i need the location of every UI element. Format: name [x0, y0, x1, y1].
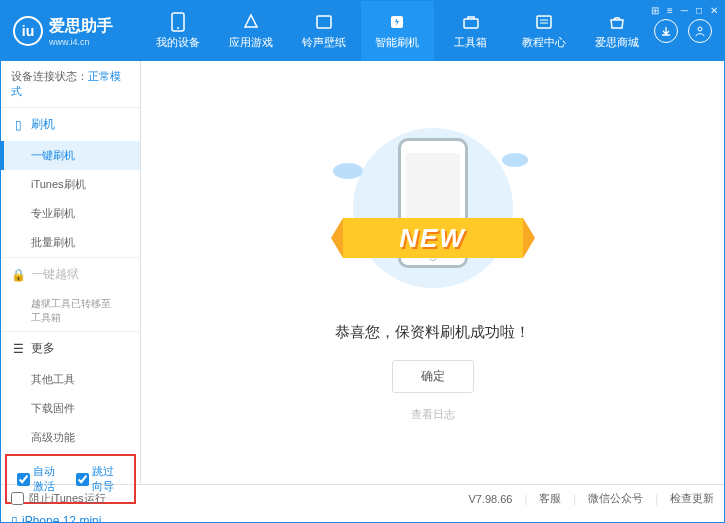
auto-activate-input[interactable]: [17, 473, 30, 486]
flash-icon: [387, 12, 407, 32]
apps-icon: [241, 12, 261, 32]
nav-tab-store[interactable]: 爱思商城: [581, 1, 654, 61]
skip-guide-input[interactable]: [76, 473, 89, 486]
nav-label: 爱思商城: [595, 35, 639, 50]
app-logo-icon: iu: [13, 16, 43, 46]
sidebar-header-jailbreak[interactable]: 🔒 一键越狱: [1, 258, 140, 291]
sidebar-title: 刷机: [31, 116, 55, 133]
device-info: ▯ iPhone 12 mini 64GB Down-12mini-13,1: [1, 506, 140, 523]
nav-label: 我的设备: [156, 35, 200, 50]
auto-activate-checkbox[interactable]: 自动激活: [17, 464, 66, 494]
toolbox-icon: [461, 12, 481, 32]
sidebar-section-flash: ▯ 刷机 一键刷机 iTunes刷机 专业刷机 批量刷机: [1, 108, 140, 258]
title-bar: iu 爱思助手 www.i4.cn 我的设备 应用游戏 铃声壁纸 智能刷机 工具…: [1, 1, 724, 61]
sidebar: 设备连接状态：正常模式 ▯ 刷机 一键刷机 iTunes刷机 专业刷机 批量刷机…: [1, 61, 141, 484]
nav-label: 智能刷机: [375, 35, 419, 50]
app-name: 爱思助手: [49, 16, 113, 37]
status-label: 设备连接状态：: [11, 70, 88, 82]
svg-rect-4: [464, 19, 478, 28]
close-icon[interactable]: ✕: [710, 5, 718, 16]
jailbreak-note: 越狱工具已转移至 工具箱: [1, 291, 140, 331]
view-log-link[interactable]: 查看日志: [411, 407, 455, 422]
sidebar-item-advanced[interactable]: 高级功能: [1, 423, 140, 452]
block-itunes-label: 阻止iTunes运行: [29, 491, 106, 506]
nav-tab-toolbox[interactable]: 工具箱: [434, 1, 507, 61]
phone-icon: [168, 12, 188, 32]
update-link[interactable]: 检查更新: [670, 491, 714, 506]
nav-tab-device[interactable]: 我的设备: [141, 1, 214, 61]
settings-icon[interactable]: ≡: [667, 5, 673, 16]
sidebar-item-batch[interactable]: 批量刷机: [1, 228, 140, 257]
lock-icon: 🔒: [11, 268, 25, 282]
sidebar-header-more[interactable]: ☰ 更多: [1, 332, 140, 365]
nav-label: 铃声壁纸: [302, 35, 346, 50]
nav-label: 应用游戏: [229, 35, 273, 50]
sidebar-header-flash[interactable]: ▯ 刷机: [1, 108, 140, 141]
phone-small-icon: ▯: [11, 118, 25, 132]
minimize-icon[interactable]: ─: [681, 5, 688, 16]
skip-guide-checkbox[interactable]: 跳过向导: [76, 464, 125, 494]
checkbox-label: 跳过向导: [92, 464, 125, 494]
nav-tab-flash[interactable]: 智能刷机: [361, 1, 434, 61]
wechat-link[interactable]: 微信公众号: [588, 491, 643, 506]
sidebar-item-oneclick[interactable]: 一键刷机: [1, 141, 140, 170]
store-icon: [607, 12, 627, 32]
new-banner: NEW: [343, 218, 523, 258]
connection-status: 设备连接状态：正常模式: [1, 61, 140, 108]
banner-text: NEW: [399, 223, 466, 254]
svg-rect-5: [537, 16, 551, 28]
menu-icon[interactable]: ⊞: [651, 5, 659, 16]
device-name[interactable]: ▯ iPhone 12 mini: [11, 514, 130, 523]
user-icon[interactable]: [688, 19, 712, 43]
svg-point-8: [698, 27, 702, 31]
nav-tab-apps[interactable]: 应用游戏: [214, 1, 287, 61]
content-area: NEW 恭喜您，保资料刷机成功啦！ 确定 查看日志: [141, 61, 724, 484]
block-itunes-checkbox[interactable]: [11, 492, 24, 505]
sidebar-title: 更多: [31, 340, 55, 357]
menu-small-icon: ☰: [11, 342, 25, 356]
header-right-icons: [654, 19, 724, 43]
device-phone-icon: ▯: [11, 514, 18, 523]
device-name-text: iPhone 12 mini: [22, 514, 101, 523]
book-icon: [534, 12, 554, 32]
version-text: V7.98.66: [468, 493, 512, 505]
svg-point-1: [177, 27, 179, 29]
sidebar-title: 一键越狱: [31, 266, 79, 283]
download-icon[interactable]: [654, 19, 678, 43]
support-link[interactable]: 客服: [539, 491, 561, 506]
sidebar-item-other[interactable]: 其他工具: [1, 365, 140, 394]
success-illustration: NEW: [333, 123, 533, 303]
nav-label: 工具箱: [454, 35, 487, 50]
main-area: 设备连接状态：正常模式 ▯ 刷机 一键刷机 iTunes刷机 专业刷机 批量刷机…: [1, 61, 724, 484]
nav-tab-ringtones[interactable]: 铃声壁纸: [288, 1, 361, 61]
nav-label: 教程中心: [522, 35, 566, 50]
nav-tabs: 我的设备 应用游戏 铃声壁纸 智能刷机 工具箱 教程中心 爱思商城: [141, 1, 654, 61]
nav-tab-tutorials[interactable]: 教程中心: [507, 1, 580, 61]
svg-rect-2: [317, 16, 331, 28]
success-message: 恭喜您，保资料刷机成功啦！: [335, 323, 530, 342]
sidebar-item-itunes[interactable]: iTunes刷机: [1, 170, 140, 199]
wallpaper-icon: [314, 12, 334, 32]
sidebar-section-more: ☰ 更多 其他工具 下载固件 高级功能: [1, 332, 140, 452]
sidebar-item-pro[interactable]: 专业刷机: [1, 199, 140, 228]
sidebar-item-download[interactable]: 下载固件: [1, 394, 140, 423]
maximize-icon[interactable]: □: [696, 5, 702, 16]
checkbox-label: 自动激活: [33, 464, 66, 494]
confirm-button[interactable]: 确定: [392, 360, 474, 393]
app-site: www.i4.cn: [49, 37, 113, 47]
sidebar-section-jailbreak: 🔒 一键越狱 越狱工具已转移至 工具箱: [1, 258, 140, 332]
window-controls: ⊞ ≡ ─ □ ✕: [651, 5, 718, 16]
logo-area: iu 爱思助手 www.i4.cn: [1, 16, 141, 47]
